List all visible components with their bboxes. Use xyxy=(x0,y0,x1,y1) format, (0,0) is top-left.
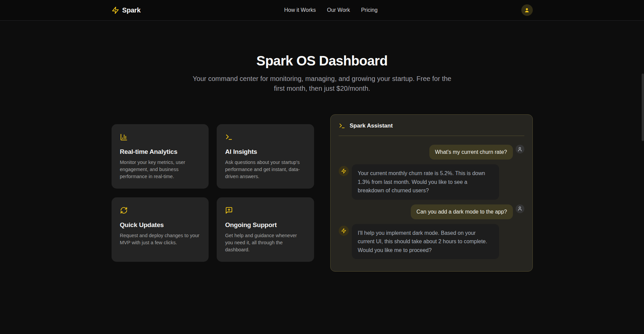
assistant-message-bubble: I'll help you implement dark mode. Based… xyxy=(352,224,499,259)
brand-name: Spark xyxy=(122,6,141,14)
user-avatar xyxy=(516,145,524,154)
user-icon xyxy=(517,206,522,211)
chat-message-user: Can you add a dark mode to the app? xyxy=(339,204,524,219)
assistant-message-bubble: Your current monthly churn rate is 5.2%.… xyxy=(352,164,499,200)
terminal-icon xyxy=(225,133,233,141)
zap-icon xyxy=(341,168,346,174)
main-nav: How it Works Our Work Pricing xyxy=(284,7,377,13)
user-icon xyxy=(524,7,530,13)
bar-chart-icon xyxy=(120,133,128,141)
hero-section: Spark OS Dashboard Your command center f… xyxy=(0,21,644,93)
zap-icon xyxy=(341,228,346,233)
feature-title: Real-time Analytics xyxy=(120,148,201,156)
page-title: Spark OS Dashboard xyxy=(0,53,644,68)
nav-link-how-it-works[interactable]: How it Works xyxy=(284,7,316,13)
nav-link-our-work[interactable]: Our Work xyxy=(327,7,350,13)
assistant-header: Spark Assistant xyxy=(331,115,532,136)
user-message-bubble: Can you add a dark mode to the app? xyxy=(411,204,513,219)
chat-messages: What's my current churn rate? Your curre… xyxy=(331,136,532,271)
feature-title: Ongoing Support xyxy=(225,221,306,229)
terminal-icon xyxy=(339,122,345,129)
assistant-avatar xyxy=(339,166,349,176)
chat-message-user: What's my current churn rate? xyxy=(339,145,524,160)
feature-title: Quick Updates xyxy=(120,221,201,229)
feature-card-real-time-analytics: Real-time Analytics Monitor your key met… xyxy=(112,124,209,189)
assistant-avatar xyxy=(339,226,349,236)
brand-logo[interactable]: Spark xyxy=(112,6,141,14)
zap-icon xyxy=(112,6,119,14)
chat-message-assistant: Your current monthly churn rate is 5.2%.… xyxy=(339,164,524,200)
assistant-title: Spark Assistant xyxy=(350,122,393,129)
spark-assistant-panel: Spark Assistant What's my current churn … xyxy=(330,114,533,272)
user-message-bubble: What's my current churn rate? xyxy=(429,145,513,160)
user-icon xyxy=(517,147,522,152)
feature-card-ongoing-support: Ongoing Support Get help and guidance wh… xyxy=(217,197,314,262)
user-avatar xyxy=(516,204,524,213)
features-grid: Real-time Analytics Monitor your key met… xyxy=(112,124,314,262)
chat-message-assistant: I'll help you implement dark mode. Based… xyxy=(339,224,524,259)
scrollbar-thumb[interactable] xyxy=(642,74,644,141)
feature-description: Get help and guidance whenever you need … xyxy=(225,232,306,253)
header: Spark How it Works Our Work Pricing xyxy=(0,0,644,21)
feature-description: Request and deploy changes to your MVP w… xyxy=(120,232,201,246)
refresh-icon xyxy=(120,206,128,214)
feature-card-quick-updates: Quick Updates Request and deploy changes… xyxy=(112,197,209,262)
hero-subtitle: Your command center for monitoring, mana… xyxy=(187,74,457,93)
feature-description: Ask questions about your startup's perfo… xyxy=(225,159,306,180)
feature-description: Monitor your key metrics, user engagemen… xyxy=(120,159,201,180)
message-square-plus-icon xyxy=(225,206,233,214)
nav-link-pricing[interactable]: Pricing xyxy=(361,7,377,13)
account-avatar-button[interactable] xyxy=(521,4,533,16)
main-content: Spark OS Dashboard Your command center f… xyxy=(0,21,644,272)
feature-card-ai-insights: AI Insights Ask questions about your sta… xyxy=(217,124,314,189)
feature-title: AI Insights xyxy=(225,148,306,156)
